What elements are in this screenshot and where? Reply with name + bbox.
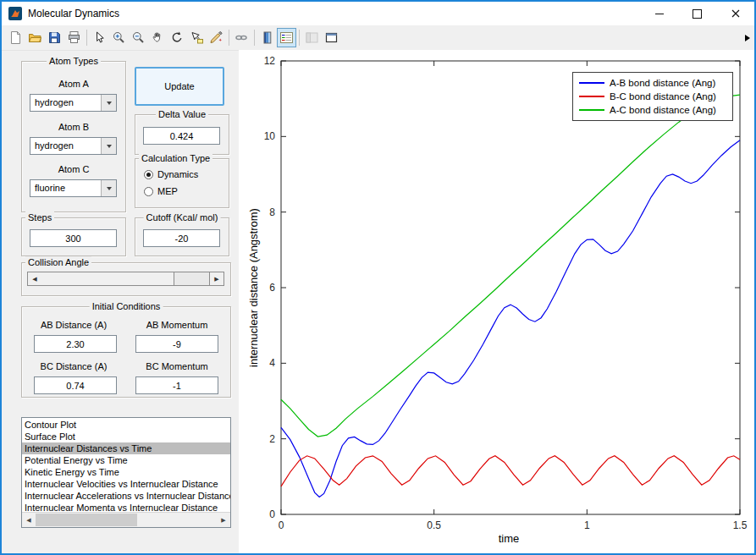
slider-left-arrow-icon[interactable]: ◀ <box>28 272 42 285</box>
close-button[interactable] <box>716 2 754 25</box>
atom-b-select[interactable]: hydrogen <box>30 137 117 155</box>
ab-momentum-input[interactable] <box>135 335 218 353</box>
maximize-icon <box>693 9 702 19</box>
initial-conditions-title: Initial Conditions <box>90 300 163 312</box>
plot-axes[interactable]: 00.511.5024681012 <box>244 52 752 553</box>
list-item[interactable]: Kinetic Energy vs Time <box>22 466 230 478</box>
rotate-3d-icon[interactable] <box>168 28 187 47</box>
close-icon <box>731 9 740 18</box>
update-button[interactable]: Update <box>135 67 224 106</box>
atom-a-label: Atom A <box>22 79 125 89</box>
insert-colorbar-icon[interactable] <box>257 28 277 47</box>
delta-value-title: Delta Value <box>156 108 208 120</box>
y-axis-label: internuclear distance (Angstrom) <box>247 208 260 367</box>
svg-text:10: 10 <box>264 130 276 142</box>
collision-angle-title: Collision Angle <box>25 256 91 268</box>
radio-dynamics[interactable]: Dynamics <box>144 169 198 179</box>
legend-entry: A-C bond distance (Ang) <box>573 103 732 117</box>
slider-right-arrow-icon[interactable]: ▶ <box>209 272 223 285</box>
chevron-down-icon <box>107 145 112 148</box>
legend-label: A-B bond distance (Ang) <box>610 78 715 88</box>
radio-mep-label: MEP <box>157 186 178 196</box>
atom-c-select[interactable]: fluorine <box>30 179 117 197</box>
collision-angle-slider[interactable]: ◀ ▶ <box>27 272 224 286</box>
scroll-left-arrow-icon[interactable]: ◀ <box>22 513 36 527</box>
print-figure-icon[interactable] <box>64 28 84 47</box>
new-figure-icon[interactable] <box>6 28 25 47</box>
edit-plot-icon[interactable] <box>90 28 109 47</box>
list-item[interactable]: Surface Plot <box>22 431 230 442</box>
atom-c-dropdown-button[interactable] <box>101 180 116 196</box>
show-plot-tools-dock-icon[interactable] <box>322 28 341 47</box>
data-cursor-icon[interactable] <box>187 28 207 47</box>
bc-momentum-input[interactable] <box>135 376 218 394</box>
open-file-icon[interactable] <box>25 28 45 47</box>
delta-value-input[interactable] <box>143 127 220 145</box>
legend-line-sample-red <box>579 96 604 97</box>
atom-a-select[interactable]: hydrogen <box>30 94 117 112</box>
atom-b-dropdown-button[interactable] <box>101 138 116 154</box>
radio-dynamics-label: Dynamics <box>157 169 198 179</box>
radio-button-icon <box>144 187 153 196</box>
pan-icon[interactable] <box>148 28 168 47</box>
svg-text:1.5: 1.5 <box>733 519 748 531</box>
svg-text:4: 4 <box>269 357 275 369</box>
list-horizontal-scrollbar[interactable]: ◀ ▶ <box>22 512 230 527</box>
bc-distance-input[interactable] <box>34 376 117 394</box>
scrollbar-thumb[interactable] <box>36 514 137 526</box>
title-bar[interactable]: Molecular Dynamics <box>2 2 754 25</box>
legend-line-sample-green <box>579 109 604 111</box>
toolbar-overflow-icon[interactable] <box>745 35 750 41</box>
calculation-type-panel: Calculation Type Dynamics MEP <box>135 158 229 208</box>
plot-legend[interactable]: A-B bond distance (Ang) B-C bond distanc… <box>572 72 733 121</box>
calculation-type-title: Calculation Type <box>139 152 212 164</box>
toolbar-separator <box>254 30 255 46</box>
matlab-app-icon <box>8 7 22 20</box>
chevron-down-icon <box>107 187 112 190</box>
plot-type-list[interactable]: Contour PlotSurface PlotInternuclear Dis… <box>21 417 231 528</box>
chevron-down-icon <box>107 102 112 105</box>
list-item[interactable]: Contour Plot <box>22 419 230 431</box>
cutoff-panel: Cutoff (Kcal/ mol) <box>135 217 229 256</box>
collision-angle-panel: Collision Angle ◀ ▶ <box>21 262 231 296</box>
hide-plot-tools-icon[interactable] <box>302 28 322 47</box>
link-plot-icon[interactable] <box>232 28 251 47</box>
slider-thumb[interactable] <box>41 272 174 285</box>
radio-button-icon <box>144 170 153 179</box>
steps-input[interactable] <box>30 229 117 247</box>
ab-distance-input[interactable] <box>34 335 117 353</box>
cutoff-title: Cutoff (Kcal/ mol) <box>144 212 221 223</box>
svg-text:1: 1 <box>584 519 590 531</box>
minimize-button[interactable] <box>640 2 678 25</box>
window-title: Molecular Dynamics <box>28 8 119 19</box>
zoom-in-icon[interactable] <box>109 28 129 47</box>
legend-label: B-C bond distance (Ang) <box>610 91 716 102</box>
list-item[interactable]: Potential Energy vs Time <box>22 454 230 466</box>
minimize-icon <box>655 14 664 14</box>
figure-toolbar <box>2 25 754 51</box>
svg-text:8: 8 <box>269 206 275 218</box>
legend-entry: A-B bond distance (Ang) <box>573 76 732 90</box>
ab-distance-label: AB Distance (A) <box>24 320 124 330</box>
insert-legend-icon[interactable] <box>277 28 296 47</box>
list-item[interactable]: Internuclear Velocities vs Internuclear … <box>22 478 230 490</box>
cutoff-input[interactable] <box>143 229 220 247</box>
legend-line-sample-blue <box>579 82 604 84</box>
maximize-button[interactable] <box>678 2 716 25</box>
legend-entry: B-C bond distance (Ang) <box>573 90 732 103</box>
list-item[interactable]: Internuclear Distances vs Time <box>22 442 230 454</box>
svg-text:0: 0 <box>279 519 284 531</box>
svg-text:6: 6 <box>269 282 275 294</box>
list-item[interactable]: Internuclear Accelerations vs Internucle… <box>22 490 230 502</box>
initial-conditions-panel: Initial Conditions AB Distance (A) AB Mo… <box>21 306 231 398</box>
zoom-out-icon[interactable] <box>129 28 148 47</box>
steps-panel: Steps <box>21 217 126 256</box>
save-figure-icon[interactable] <box>45 28 64 47</box>
bc-distance-label: BC Distance (A) <box>24 361 124 371</box>
atom-a-dropdown-button[interactable] <box>101 95 116 111</box>
brush-data-icon[interactable] <box>207 28 226 47</box>
radio-mep[interactable]: MEP <box>144 186 178 196</box>
scroll-right-arrow-icon[interactable]: ▶ <box>217 513 230 527</box>
toolbar-separator <box>299 30 300 46</box>
toolbar-separator <box>229 30 229 46</box>
